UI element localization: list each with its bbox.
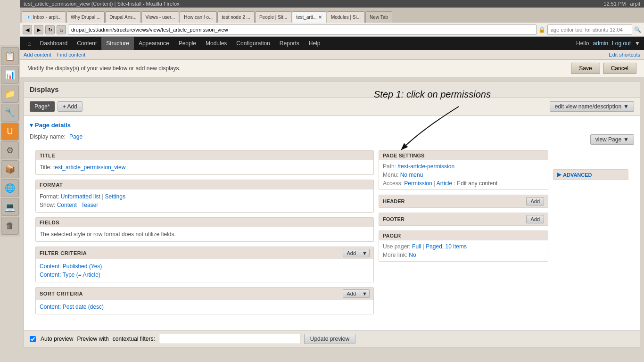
header-section-header: HEADER Add (379, 195, 548, 207)
pager-full[interactable]: Full (412, 243, 421, 250)
show-teaser[interactable]: Teaser (81, 202, 98, 208)
sidebar-icon-10[interactable]: 🗑 (1, 217, 19, 235)
path-value[interactable]: /test-article-permission (397, 163, 454, 170)
header-section: HEADER Add (379, 195, 548, 208)
tab-why-drupal[interactable]: Why Drupal ... (66, 11, 105, 23)
displays-header: Displays (24, 82, 640, 98)
tab-test-node[interactable]: test node 2 ... (217, 11, 255, 23)
sort-post-date[interactable]: Content: Post date (desc) (40, 304, 104, 310)
sidebar-icon-7[interactable]: 📦 (1, 160, 19, 178)
reload-button[interactable]: ↻ (45, 25, 55, 34)
browser-tabs[interactable]: 📧 Inbox - arpit... Why Drupal ... Drupal… (20, 8, 644, 23)
search-icon[interactable]: 🔍 (634, 26, 641, 33)
admin-user-link[interactable]: admin (593, 40, 608, 47)
sidebar-icon-4[interactable]: 🔧 (1, 104, 19, 122)
display-name-row: Display name: Page (30, 133, 83, 140)
sort-add-dropdown[interactable]: ▼ (360, 289, 370, 298)
sidebar-icon-6[interactable]: ⚙ (1, 141, 19, 159)
auto-preview-checkbox[interactable] (30, 336, 36, 342)
use-pager-label: Use pager: (383, 243, 411, 250)
view-page-dropdown-icon[interactable]: ▼ (623, 136, 629, 143)
ps-body: Path: /test-article-permission Menu: No … (379, 160, 548, 189)
access-article[interactable]: Article (437, 180, 452, 187)
logout-link[interactable]: Log out (612, 40, 631, 47)
home-button[interactable]: ⌂ (57, 25, 66, 34)
view-page-label: view Page (595, 136, 621, 143)
tab-modules[interactable]: Modules | Si... (327, 11, 365, 23)
tab-views-user[interactable]: Views - user... (141, 11, 180, 23)
tab-inbox[interactable]: 📧 Inbox - arpit... (22, 11, 66, 23)
filter-published[interactable]: Content: Published (Yes) (40, 263, 102, 270)
edit-shortcuts-link[interactable]: Edit shortcuts (609, 52, 640, 58)
advanced-header[interactable]: ▶ Advanced (553, 170, 628, 180)
sidebar-icon-3[interactable]: 📁 (1, 85, 19, 103)
nav-configuration[interactable]: Configuration (231, 37, 274, 50)
nav-appearance[interactable]: Appearance (134, 37, 174, 50)
nav-help[interactable]: Help (304, 37, 325, 50)
menu-label: Menu: (383, 172, 398, 178)
url-input[interactable] (68, 25, 537, 35)
update-preview-button[interactable]: Update preview (304, 334, 355, 344)
fields-section: FIELDS The selected style or row format … (35, 217, 374, 242)
preview-filters-input[interactable] (159, 334, 300, 344)
pager-paged[interactable]: Paged, 10 items (426, 243, 467, 250)
nav-modules[interactable]: Modules (201, 37, 231, 50)
tab-page[interactable]: Page* (30, 101, 55, 112)
find-content-link[interactable]: Find content (57, 52, 86, 58)
back-button[interactable]: ◀ (23, 25, 32, 34)
dropdown-icon[interactable]: ▼ (635, 40, 640, 47)
filter-add-button[interactable]: Add (343, 249, 361, 257)
sidebar-icon-8[interactable]: 🌐 (1, 179, 19, 197)
drupal-admin-bar: ⌂ Dashboard Content Structure Appearance… (20, 37, 644, 50)
edit-view-name-button[interactable]: edit view name/description ▼ (550, 101, 634, 112)
nav-people[interactable]: People (174, 37, 201, 50)
format-settings[interactable]: Settings (105, 193, 125, 200)
tab-how-can-i[interactable]: How can I o... (180, 11, 217, 23)
auto-preview-label: Auto preview (41, 336, 73, 342)
filter-criteria-header: FILTER CRITERIA Add ▼ (36, 247, 373, 259)
save-button[interactable]: Save (571, 63, 600, 74)
nav-content[interactable]: Content (72, 37, 101, 50)
format-value[interactable]: Unformatted list (61, 193, 100, 200)
sidebar-icon-1[interactable]: 📋 (1, 47, 19, 65)
filter-type[interactable]: Content: Type (= Article) (40, 272, 100, 278)
title-value[interactable]: test_article_permission_view (53, 164, 125, 171)
access-permission[interactable]: Permission (404, 180, 432, 187)
use-pager-row: Use pager: Full | Paged, 10 items (383, 242, 544, 251)
header-buttons: Save Cancel (571, 63, 636, 74)
page-details-header[interactable]: ▾ Page details (30, 122, 634, 129)
sidebar-icon-2[interactable]: 📊 (1, 66, 19, 84)
clock: 12:51 PM arpit (603, 1, 640, 7)
add-display-button[interactable]: + Add (58, 101, 83, 112)
menu-value[interactable]: No menu (400, 172, 423, 178)
search-input[interactable] (547, 25, 632, 35)
main-content: Displays Page* + Add edit view name/desc… (24, 81, 640, 347)
title-row: Title: test_article_permission_view (40, 163, 370, 172)
show-content[interactable]: Content (57, 202, 77, 208)
more-link-value[interactable]: No (409, 252, 416, 258)
tab-people[interactable]: People | Sit... (255, 11, 291, 23)
footer-add-button[interactable]: Add (526, 215, 544, 223)
nav-reports[interactable]: Reports (275, 37, 304, 50)
path-label: Path: (383, 163, 396, 170)
tab-test-arti[interactable]: test_arti... ✕ (292, 11, 326, 23)
sort-add-button[interactable]: Add (343, 289, 361, 298)
header-add-button[interactable]: Add (526, 197, 544, 206)
col-right: Step 1: click on permissions (553, 150, 628, 319)
display-name-value[interactable]: Page (69, 133, 83, 140)
forward-button[interactable]: ▶ (34, 25, 43, 34)
cancel-button[interactable]: Cancel (603, 63, 636, 74)
nav-dashboard[interactable]: Dashboard (35, 37, 72, 50)
filter-add-dropdown[interactable]: ▼ (360, 249, 370, 257)
view-page-button[interactable]: view Page ▼ (590, 134, 634, 145)
tab-new-tab[interactable]: New Tab (365, 11, 392, 23)
add-content-link[interactable]: Add content (24, 52, 51, 58)
header-label: HEADER (383, 198, 405, 204)
fields-section-header: FIELDS (36, 218, 373, 227)
sidebar-icon-5[interactable]: U (1, 123, 19, 140)
nav-structure[interactable]: Structure (101, 37, 134, 50)
tab-drupal-ans[interactable]: Drupal Ans... (105, 11, 140, 23)
sort-add-btn-group: Add ▼ (343, 289, 370, 298)
sidebar-icon-9[interactable]: 💻 (1, 198, 19, 216)
drupal-home-icon[interactable]: ⌂ (24, 40, 35, 47)
